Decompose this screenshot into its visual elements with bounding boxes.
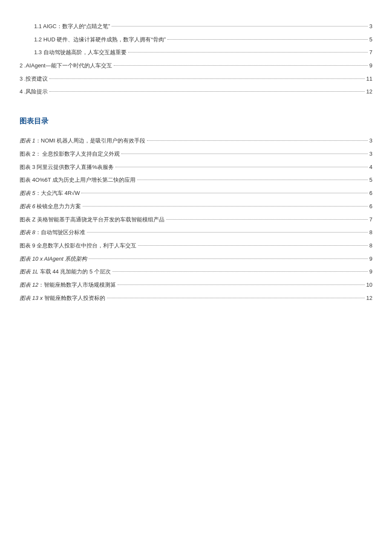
toc-page-number: 7: [369, 47, 372, 58]
toc-leader-dots: [128, 52, 368, 52]
toc-entry: 图表 13 x 智能座舱数字人投资标的12: [20, 293, 372, 304]
toc-entry: 1.3 自动驾驶越高阶，人车交互越重要7: [20, 47, 372, 58]
toc-entry: 1.1 AIGC：数字人的“点睛之笔”3: [20, 21, 372, 32]
toc-entry-text: 图表 6 棱镜全息力力方案: [20, 201, 81, 212]
toc-entry-text: 图表 4O%6T 成为历史上用户增长第二快的应用: [20, 175, 135, 186]
toc-entry: 图表 1：NOMI 机器人周边，是吸引用户的有效手段3: [20, 136, 372, 146]
toc-entry-text: 图表 8：自动驾驶区分标准: [20, 227, 85, 238]
toc-leader-dots: [137, 180, 368, 180]
toc-entry-text: 图表 10 x AlAgent 系统架构: [20, 254, 87, 264]
toc-entry: 3 .投资建议11: [20, 74, 372, 84]
toc-entry: 图表 3 阿里云提供数字人直播%表服务4: [20, 162, 372, 173]
toc-entry-text: 3 .投资建议: [20, 74, 48, 84]
toc-entry-text: 图表 1：NOMI 机器人周边，是吸引用户的有效手段: [20, 136, 145, 146]
toc-leader-dots: [107, 298, 365, 298]
figures-toc-list: 图表 1：NOMI 机器人周边，是吸引用户的有效手段3图表 2： 全息投影数字人…: [20, 136, 372, 303]
toc-page-number: 3: [369, 149, 372, 160]
figures-toc-heading: 图表目录: [20, 114, 372, 128]
toc-entry: 4 .风险提示12: [20, 87, 372, 97]
toc-entry-text: 图表 9 全息数字人投影在中控台，利于人车交互: [20, 241, 136, 251]
toc-page-number: 9: [369, 254, 372, 264]
toc-page-number: 8: [369, 241, 372, 251]
toc-leader-dots: [118, 285, 364, 285]
toc-page-number: 12: [366, 87, 372, 97]
toc-leader-dots: [138, 245, 367, 246]
toc-leader-dots: [167, 39, 368, 40]
toc-page-number: 6: [369, 188, 372, 199]
toc-page-number: 6: [369, 201, 372, 212]
toc-entry-text: 图表 Z 美格智能基于高通骁龙平台开发的车载智能模组产品: [20, 215, 164, 225]
toc-leader-dots: [114, 65, 368, 66]
toc-entry: 图表 6 棱镜全息力力方案6: [20, 201, 372, 212]
toc-leader-dots: [81, 193, 367, 193]
toc-entry: 图表 4O%6T 成为历史上用户增长第二快的应用5: [20, 175, 372, 186]
toc-leader-dots: [89, 259, 367, 259]
toc-main-list: 1.1 AIGC：数字人的“点睛之笔”31.2 HUD 硬件、边缘计算硬件成熟，…: [20, 21, 372, 97]
toc-page-number: 5: [369, 35, 372, 45]
toc-page-number: 7: [369, 215, 372, 225]
toc-entry-text: 图表 5：大众汽车 4R√W: [20, 188, 80, 199]
toc-entry-text: 4 .风险提示: [20, 87, 48, 97]
toc-page-number: 10: [366, 280, 372, 291]
toc-entry-text: 图表 1L 车载 44 兆加能力的 5 个层次: [20, 267, 111, 277]
toc-entry-text: 1.3 自动驾驶越高阶，人车交互越重要: [34, 47, 127, 58]
toc-entry: 图表 10 x AlAgent 系统架构9: [20, 254, 372, 264]
toc-entry-text: 图表 13 x 智能座舱数字人投资标的: [20, 293, 105, 304]
toc-page-number: 4: [369, 162, 372, 173]
toc-entry: 1.2 HUD 硬件、边缘计算硬件成熟，数字人拥有“骨肉”5: [20, 35, 372, 45]
toc-leader-dots: [83, 206, 367, 206]
toc-entry: 图表 5：大众汽车 4R√W6: [20, 188, 372, 199]
toc-page-number: 9: [369, 61, 372, 71]
toc-leader-dots: [112, 271, 368, 272]
toc-entry-text: 图表 2： 全息投影数字人支持自定义外观: [20, 149, 120, 160]
toc-entry: 图表 8：自动驾驶区分标准8: [20, 227, 372, 238]
toc-page-number: 3: [369, 21, 372, 32]
toc-entry: 图表 9 全息数字人投影在中控台，利于人车交互8: [20, 241, 372, 251]
toc-page-number: 9: [369, 267, 372, 277]
toc-entry: 图表 2： 全息投影数字人支持自定义外观3: [20, 149, 372, 160]
toc-leader-dots: [87, 232, 368, 232]
toc-leader-dots: [121, 154, 367, 154]
toc-entry-text: 2 .AIAgent—能下一个时代的人车交互: [20, 61, 112, 71]
toc-page-number: 5: [369, 175, 372, 186]
toc-entry-text: 1.1 AIGC：数字人的“点睛之笔”: [34, 21, 110, 32]
toc-leader-dots: [112, 26, 367, 26]
toc-leader-dots: [49, 91, 364, 92]
toc-page-number: 11: [366, 74, 372, 84]
toc-entry-text: 图表 12：智能座舱数字人市场规模测算: [20, 280, 116, 291]
toc-leader-dots: [166, 219, 368, 220]
toc-leader-dots: [147, 140, 367, 141]
toc-entry: 图表 1L 车载 44 兆加能力的 5 个层次9: [20, 267, 372, 277]
toc-page-number: 8: [369, 227, 372, 238]
toc-entry-text: 图表 3 阿里云提供数字人直播%表服务: [20, 162, 114, 173]
toc-page-number: 12: [366, 293, 372, 304]
toc-entry-text: 1.2 HUD 硬件、边缘计算硬件成熟，数字人拥有“骨肉”: [34, 35, 166, 45]
toc-entry: 图表 12：智能座舱数字人市场规模测算10: [20, 280, 372, 291]
toc-leader-dots: [49, 78, 364, 79]
toc-entry: 2 .AIAgent—能下一个时代的人车交互9: [20, 61, 372, 71]
toc-page-number: 3: [369, 136, 372, 146]
toc-entry: 图表 Z 美格智能基于高通骁龙平台开发的车载智能模组产品7: [20, 215, 372, 225]
toc-leader-dots: [115, 167, 368, 167]
